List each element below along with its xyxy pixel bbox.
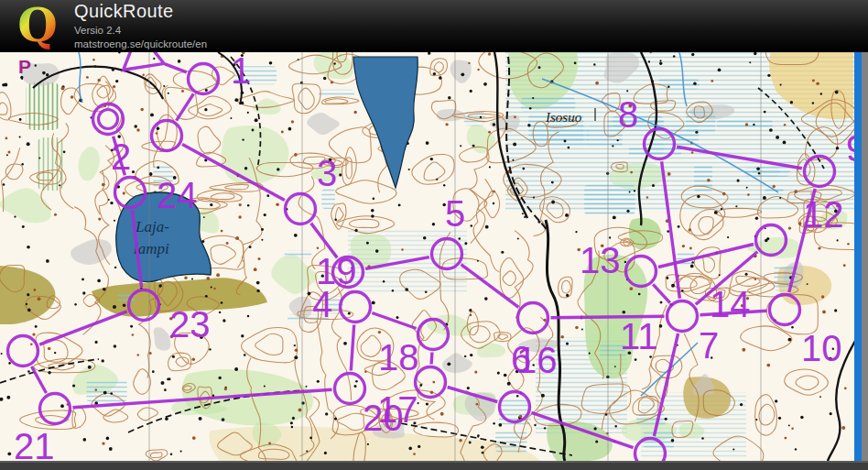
boulder-dot <box>767 74 770 77</box>
boulder-dot <box>292 417 295 420</box>
knoll-dot <box>156 132 157 134</box>
boulder-dot <box>27 309 31 312</box>
knoll-dot <box>137 354 140 356</box>
knoll-dot <box>38 297 41 301</box>
boulder-dot <box>788 338 792 342</box>
knoll-dot <box>5 137 7 139</box>
knoll-dot <box>794 190 797 193</box>
boulder-dot <box>244 167 247 169</box>
boulder-dot <box>241 334 244 337</box>
boulder-dot <box>317 380 320 383</box>
knoll-dot <box>281 131 284 134</box>
boulder-dot <box>81 278 84 280</box>
boulder-dot <box>791 326 793 328</box>
boulder-dot <box>97 279 101 283</box>
knoll-dot <box>445 123 448 126</box>
knoll-dot <box>54 213 57 216</box>
boulder-dot <box>106 437 110 441</box>
marsh-patch <box>319 90 354 97</box>
knoll-dot <box>816 82 819 85</box>
knoll-dot <box>595 82 599 85</box>
boulder-dot <box>230 117 232 119</box>
boulder-dot <box>756 167 760 170</box>
place-label: Laja- <box>135 218 169 235</box>
boulder-dot <box>210 203 212 206</box>
boulder-dot <box>288 127 292 131</box>
knoll-dot <box>61 87 65 91</box>
boulder-dot <box>430 158 433 160</box>
boulder-dot <box>203 216 205 218</box>
control-number: 1 <box>231 50 251 91</box>
boulder-dot <box>82 438 86 442</box>
knoll-dot <box>493 191 495 193</box>
knoll-dot <box>543 319 546 322</box>
boulder-dot <box>629 191 631 192</box>
knoll-dot <box>226 242 229 245</box>
knoll-dot <box>291 120 294 123</box>
map-canvas[interactable]: Laja-lampiIsosuoP12345678910111213141617… <box>0 0 868 470</box>
boulder-dot <box>614 425 616 427</box>
boulder-dot <box>513 142 516 146</box>
boulder-dot <box>504 374 507 377</box>
app-title: QuickRoute <box>74 1 207 22</box>
knoll-dot <box>773 185 776 188</box>
boulder-dot <box>447 362 450 366</box>
boulder-dot <box>108 199 110 201</box>
knoll-dot <box>192 436 196 440</box>
boulder-dot <box>60 404 64 408</box>
control-number: 13 <box>580 240 621 280</box>
boulder-dot <box>35 325 38 328</box>
boulder-dot <box>372 301 375 304</box>
knoll-dot <box>132 333 135 336</box>
boulder-dot <box>191 278 193 279</box>
knoll-dot <box>821 295 824 298</box>
boulder-dot <box>373 197 375 200</box>
app-header: Q QuickRoute Versio 2.4 matstroeng.se/qu… <box>0 0 868 52</box>
boulder-dot <box>1 353 3 355</box>
knoll-dot <box>766 364 770 367</box>
boulder-dot <box>574 61 577 64</box>
boulder-dot <box>470 90 472 93</box>
boulder-dot <box>59 184 60 186</box>
boulder-dot <box>247 112 249 114</box>
boulder-dot <box>249 246 252 248</box>
boulder-dot <box>113 305 116 309</box>
knoll-dot <box>784 124 786 126</box>
boulder-dot <box>333 62 335 64</box>
boulder-dot <box>14 215 16 217</box>
boulder-dot <box>812 102 814 104</box>
boulder-dot <box>35 64 37 66</box>
boulder-dot <box>161 381 165 385</box>
boulder-dot <box>835 91 839 94</box>
knoll-dot <box>798 222 802 225</box>
knoll-dot <box>560 335 564 339</box>
boulder-dot <box>469 309 472 312</box>
marsh-patch <box>658 79 699 89</box>
boulder-dot <box>392 290 394 291</box>
boulder-dot <box>477 260 479 262</box>
boulder-dot <box>269 61 273 65</box>
boulder-dot <box>234 367 238 371</box>
boulder-dot <box>448 96 450 99</box>
boulder-dot <box>204 108 207 111</box>
boulder-dot <box>595 440 598 443</box>
knoll-dot <box>216 273 220 277</box>
knoll-dot <box>754 279 756 280</box>
map-layers: Laja-lampiIsosuoP12345678910111213141617… <box>0 31 866 470</box>
boulder-dot <box>27 142 30 146</box>
boulder-dot <box>264 213 266 216</box>
knoll-dot <box>254 268 257 271</box>
boulder-dot <box>256 290 259 292</box>
boulder-dot <box>114 267 116 268</box>
boulder-dot <box>690 265 694 268</box>
boulder-dot <box>472 145 475 148</box>
boulder-dot <box>433 72 436 75</box>
knoll-dot <box>745 123 749 126</box>
boulder-dot <box>152 370 155 373</box>
boulder-dot <box>498 423 502 427</box>
boulder-dot <box>459 237 461 240</box>
app-website: matstroeng.se/quickroute/en <box>74 38 207 51</box>
boulder-dot <box>638 293 641 296</box>
boulder-dot <box>568 147 570 149</box>
knoll-dot <box>95 388 98 391</box>
